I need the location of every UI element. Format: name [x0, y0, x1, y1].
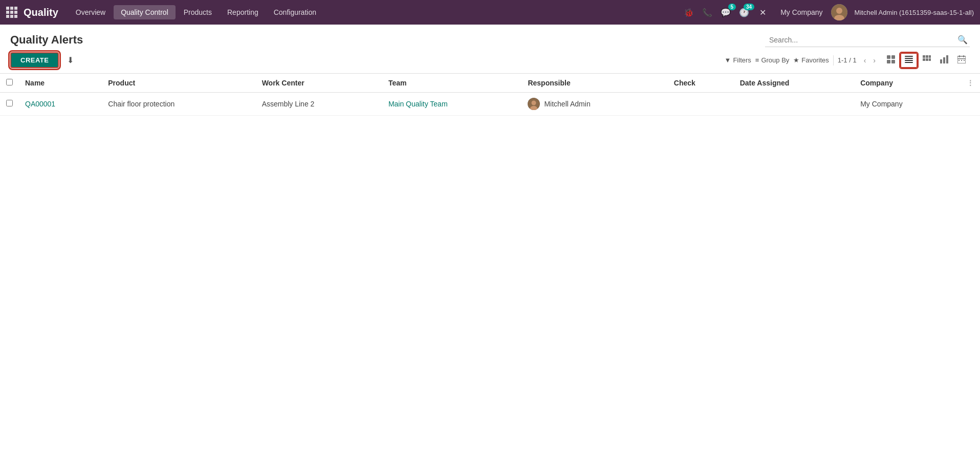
nav-products[interactable]: Products [177, 5, 219, 19]
svg-rect-5 [887, 60, 890, 63]
row-more-options [961, 93, 980, 116]
cell-date-assigned [734, 93, 855, 116]
col-header-company[interactable]: Company [854, 74, 961, 93]
cell-team: Main Quality Team [382, 93, 522, 116]
col-header-team[interactable]: Team [382, 74, 522, 93]
cell-product: Chair floor protection [102, 93, 255, 116]
cell-responsible: Mitchell Admin [521, 93, 667, 116]
top-navigation: Quality Overview Quality Control Product… [0, 0, 980, 25]
clock-icon[interactable]: 🕐 34 [737, 6, 751, 19]
page-title: Quality Alerts [10, 33, 83, 47]
nav-configuration[interactable]: Configuration [267, 5, 323, 19]
svg-rect-25 [961, 60, 962, 61]
cell-check [668, 93, 734, 116]
search-icon[interactable]: 🔍 [955, 33, 970, 47]
create-button[interactable]: CREATE [10, 52, 59, 68]
download-button[interactable]: ⬇ [63, 53, 78, 67]
svg-rect-9 [905, 60, 913, 61]
select-all-checkbox-cell[interactable] [0, 74, 19, 93]
groupby-label: Group By [761, 56, 789, 64]
col-header-date-assigned[interactable]: Date Assigned [734, 74, 855, 93]
pagination-nav: ‹ › [861, 55, 879, 66]
svg-rect-23 [957, 58, 966, 59]
table-row[interactable]: QA00001 Chair floor protection Assembly … [0, 93, 980, 116]
col-more-options[interactable]: ⋮ [961, 74, 980, 93]
team-link[interactable]: Main Quality Team [388, 100, 448, 108]
nav-quality-control[interactable]: Quality Control [114, 5, 176, 19]
group-by-button[interactable]: ≡ Group By [755, 56, 790, 64]
pagination-info: 1-1 / 1 [838, 56, 857, 64]
company-name[interactable]: My Company [780, 8, 822, 16]
svg-rect-3 [887, 55, 890, 59]
svg-point-1 [836, 8, 842, 14]
app-grid-icon[interactable] [6, 7, 17, 18]
nav-icons: 🐞 📞 💬 5 🕐 34 ✕ My Company Mitchell Admin… [682, 4, 974, 20]
user-avatar[interactable] [831, 4, 847, 20]
data-table: Name Product Work Center Team Responsibl… [0, 73, 980, 116]
svg-rect-15 [926, 58, 928, 61]
next-page-button[interactable]: › [870, 55, 879, 66]
svg-point-28 [532, 101, 536, 105]
col-header-work-center[interactable]: Work Center [256, 74, 382, 93]
app-brand[interactable]: Quality [24, 7, 58, 18]
bug-icon[interactable]: 🐞 [682, 6, 696, 19]
svg-rect-24 [959, 60, 960, 61]
page-header: Quality Alerts 🔍 [0, 25, 980, 47]
select-all-checkbox[interactable] [6, 79, 13, 85]
wrench-icon[interactable]: ✕ [757, 6, 768, 19]
cell-company: My Company [854, 93, 961, 116]
svg-rect-11 [923, 55, 925, 58]
user-name[interactable]: Mitchell Admin (16151359-saas-15-1-all) [855, 9, 974, 16]
svg-rect-10 [905, 62, 913, 63]
prev-page-button[interactable]: ‹ [861, 55, 869, 66]
svg-rect-17 [940, 59, 942, 63]
responsible-name: Mitchell Admin [544, 100, 590, 108]
svg-rect-7 [905, 56, 913, 57]
svg-rect-18 [943, 57, 945, 63]
cell-work-center: Assembly Line 2 [256, 93, 382, 116]
groupby-icon: ≡ [755, 56, 759, 64]
phone-icon[interactable]: 📞 [700, 6, 714, 19]
col-header-check[interactable]: Check [668, 74, 734, 93]
view-mode-buttons [883, 53, 970, 68]
svg-rect-6 [891, 60, 895, 63]
svg-rect-13 [929, 55, 931, 58]
svg-rect-16 [929, 58, 931, 61]
clock-badge: 34 [744, 4, 754, 10]
nav-reporting[interactable]: Reporting [220, 5, 266, 19]
svg-rect-26 [964, 60, 965, 61]
calendar-view-button[interactable] [953, 53, 970, 68]
svg-rect-22 [963, 55, 964, 57]
svg-rect-12 [926, 55, 928, 58]
row-checkbox-cell[interactable] [0, 93, 19, 116]
filters-label: Filters [733, 56, 751, 64]
svg-rect-4 [891, 55, 895, 59]
col-header-responsible[interactable]: Responsible [521, 74, 667, 93]
kanban-view-button[interactable] [883, 53, 899, 68]
list-view-button[interactable] [900, 53, 918, 68]
search-bar: 🔍 [765, 33, 970, 47]
chart-view-button[interactable] [936, 53, 952, 68]
nav-overview[interactable]: Overview [69, 5, 113, 19]
grid-view-button[interactable] [919, 53, 935, 68]
filters-button[interactable]: ▼ Filters [725, 56, 751, 64]
action-toolbar: CREATE ⬇ ▼ Filters ≡ Group By ★ Favorite… [0, 47, 980, 73]
row-checkbox[interactable] [6, 100, 13, 106]
svg-rect-8 [905, 58, 913, 59]
content-area: Quality Alerts 🔍 CREATE ⬇ ▼ Filters ≡ Gr… [0, 25, 980, 454]
col-header-name[interactable]: Name [19, 74, 102, 93]
svg-rect-14 [923, 58, 925, 61]
search-input[interactable] [765, 34, 955, 46]
record-link-name[interactable]: QA00001 [25, 100, 55, 108]
favorites-label: Favorites [801, 56, 829, 64]
col-header-product[interactable]: Product [102, 74, 255, 93]
favorites-button[interactable]: ★ Favorites [793, 56, 829, 64]
responsible-avatar [528, 98, 540, 110]
chat-icon[interactable]: 💬 5 [718, 6, 733, 19]
top-menu: Overview Quality Control Products Report… [69, 5, 680, 19]
star-icon: ★ [793, 56, 799, 64]
filter-icon: ▼ [725, 56, 731, 64]
svg-rect-21 [959, 55, 960, 57]
cell-name[interactable]: QA00001 [19, 93, 102, 116]
chat-badge: 5 [728, 4, 736, 10]
